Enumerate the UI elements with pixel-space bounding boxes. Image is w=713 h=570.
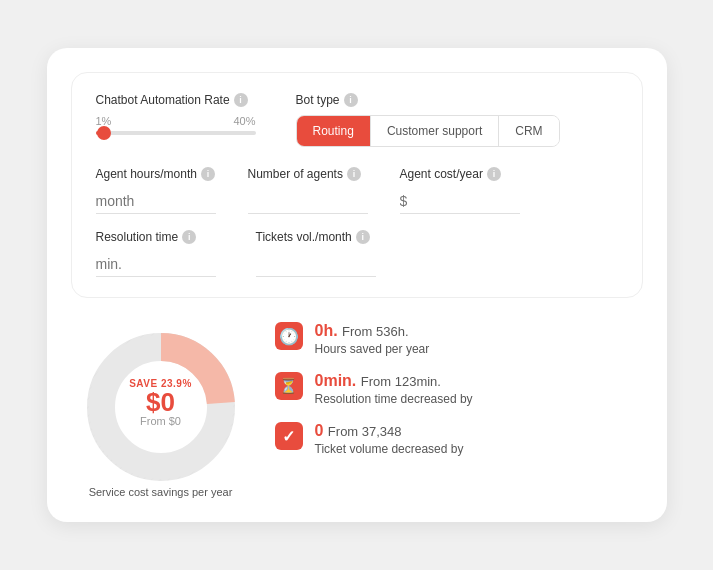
stat-sub-resolution: Resolution time decreased by [315, 392, 473, 406]
bot-type-info-icon[interactable]: i [344, 93, 358, 107]
donut-center-text: SAVE 23.9% $0 From $0 [129, 378, 192, 427]
agent-cost-input[interactable] [400, 189, 520, 214]
stats-section: 🕐 0h. From 536h. Hours saved per year ⏳ … [275, 322, 643, 456]
bot-type-group: Bot type i Routing Customer support CRM [296, 93, 560, 147]
stat-main-hours: 0h. From 536h. [315, 322, 430, 340]
stat-content-resolution: 0min. From 123min. Resolution time decre… [315, 372, 473, 406]
stat-item-hours: 🕐 0h. From 536h. Hours saved per year [275, 322, 643, 356]
agent-cost-group: Agent cost/year i [400, 167, 520, 214]
stat-content-tickets: 0 From 37,348 Ticket volume decreased by [315, 422, 464, 456]
stat-main-tickets: 0 From 37,348 [315, 422, 464, 440]
agent-hours-info-icon[interactable]: i [201, 167, 215, 181]
slider-track[interactable] [96, 131, 256, 135]
tickets-vol-group: Tickets vol./month i [256, 230, 376, 277]
hourglass-icon: ⏳ [275, 372, 303, 400]
chatbot-automation-group: Chatbot Automation Rate i 1% 40% [96, 93, 256, 135]
stat-content-hours: 0h. From 536h. Hours saved per year [315, 322, 430, 356]
service-cost-label: Service cost savings per year [89, 486, 233, 498]
stat-sub-hours: Hours saved per year [315, 342, 430, 356]
num-agents-group: Number of agents i [248, 167, 368, 214]
tickets-vol-input[interactable] [256, 252, 376, 277]
save-amount-label: $0 [129, 389, 192, 415]
stat-item-resolution: ⏳ 0min. From 123min. Resolution time dec… [275, 372, 643, 406]
num-agents-input[interactable] [248, 189, 368, 214]
save-from-label: From $0 [129, 415, 192, 427]
resolution-time-group: Resolution time i [96, 230, 216, 277]
agent-hours-group: Agent hours/month i [96, 167, 216, 214]
bot-btn-crm[interactable]: CRM [499, 116, 558, 146]
resolution-time-info-icon[interactable]: i [182, 230, 196, 244]
resolution-time-label: Resolution time i [96, 230, 216, 244]
bot-btn-customer-support[interactable]: Customer support [371, 116, 499, 146]
agent-cost-info-icon[interactable]: i [487, 167, 501, 181]
agent-hours-label: Agent hours/month i [96, 167, 216, 181]
num-agents-info-icon[interactable]: i [347, 167, 361, 181]
resolution-time-input[interactable] [96, 252, 216, 277]
agent-cost-label: Agent cost/year i [400, 167, 520, 181]
bot-btn-routing[interactable]: Routing [297, 116, 371, 146]
slider-container: 1% 40% [96, 115, 256, 135]
stat-sub-tickets: Ticket volume decreased by [315, 442, 464, 456]
stat-main-resolution: 0min. From 123min. [315, 372, 473, 390]
num-agents-label: Number of agents i [248, 167, 368, 181]
slider-thumb[interactable] [97, 126, 111, 140]
donut-section: SAVE 23.9% $0 From $0 Service cost savin… [71, 322, 251, 498]
bot-type-label: Bot type i [296, 93, 560, 107]
top-panel: Chatbot Automation Rate i 1% 40% Bo [71, 72, 643, 298]
main-container: Chatbot Automation Rate i 1% 40% Bo [47, 48, 667, 522]
stat-item-tickets: ✓ 0 From 37,348 Ticket volume decreased … [275, 422, 643, 456]
bot-type-buttons: Routing Customer support CRM [296, 115, 560, 147]
tickets-vol-info-icon[interactable]: i [356, 230, 370, 244]
slider-max-label: 40% [233, 115, 255, 127]
donut-chart: SAVE 23.9% $0 From $0 [71, 322, 251, 482]
agent-hours-input[interactable] [96, 189, 216, 214]
tickets-vol-label: Tickets vol./month i [256, 230, 376, 244]
chatbot-info-icon[interactable]: i [234, 93, 248, 107]
clock-icon: 🕐 [275, 322, 303, 350]
chatbot-label: Chatbot Automation Rate i [96, 93, 256, 107]
bottom-panel: SAVE 23.9% $0 From $0 Service cost savin… [71, 322, 643, 498]
checkmark-icon: ✓ [275, 422, 303, 450]
